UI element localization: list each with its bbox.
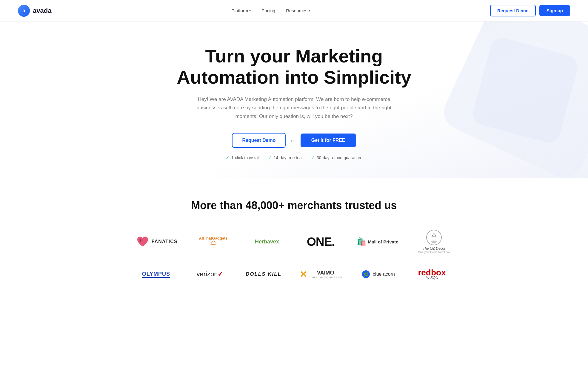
badge-refund: ✓ 30-day refund guarantee	[311, 155, 362, 160]
olympus-label: OLYMPUS	[142, 271, 170, 278]
hero-free-button[interactable]: Get it for FREE	[301, 134, 356, 147]
verizon-label: verizon✓	[196, 270, 223, 278]
svg-text:🌿: 🌿	[364, 272, 369, 277]
check-icon-2: ✓	[268, 155, 272, 160]
svg-rect-1	[140, 239, 141, 242]
hero-subtitle: Hey! We are AVADA Marketing Automation p…	[193, 95, 395, 121]
logo-text: avada	[33, 7, 51, 15]
dollskill-label: DOLLS KILL	[246, 271, 281, 277]
logo-verizon: verizon✓	[192, 270, 228, 278]
check-icon-3: ✓	[311, 155, 315, 160]
navbar: a avada Platform ▾ Pricing Resources ▾ R…	[0, 0, 588, 22]
merchants-title: More than 48,000+ merchants trusted us	[18, 199, 570, 212]
vaimo-label: VAIMO	[309, 270, 342, 276]
logo-redbox: redbox by SQU	[414, 269, 450, 280]
hero-section: Turn your Marketing Automation into Simp…	[0, 22, 588, 178]
or-text: or	[291, 138, 295, 143]
ozdecor-sub: Give your Home New Look	[418, 251, 450, 254]
mall-label: Mall of Private	[368, 239, 398, 244]
logo-vaimo: ✕ VAIMO CORE OF COMMERCE	[299, 269, 342, 280]
mall-icon: 🛍️	[357, 237, 366, 246]
fanatics-label: FANATICS	[152, 239, 178, 244]
logo-dolls-kill: DOLLS KILL	[246, 271, 281, 277]
nav-actions: Request Demo Sign up	[490, 5, 570, 16]
logo-olympus: OLYMPUS	[138, 271, 174, 278]
nav-resources[interactable]: Resources ▾	[286, 8, 310, 13]
logos-row-1: FANATICS AllThatGadgets Herbavex ONE. 🛍️…	[18, 230, 570, 254]
allgadgets-label: AllThatGadgets	[199, 236, 228, 240]
hero-badges: ✓ 1-click to install ✓ 14-day free trial…	[18, 155, 570, 160]
vaimo-sub-label: CORE OF COMMERCE	[309, 276, 342, 279]
bg-shape-2	[470, 35, 580, 145]
blueacorn-icon: 🌿	[361, 270, 370, 279]
blueacorn-label: blue acorn	[372, 272, 395, 277]
merchants-section: More than 48,000+ merchants trusted us F…	[0, 178, 588, 307]
ozdecor-label: The OZ Decor	[423, 246, 445, 251]
chevron-down-icon: ▾	[309, 9, 310, 12]
nav-pricing[interactable]: Pricing	[261, 8, 275, 13]
logo-blue-acorn: 🌿 blue acorn	[360, 270, 396, 279]
allgadgets-decoration-icon	[204, 240, 222, 246]
logo-link[interactable]: a avada	[18, 5, 51, 17]
logo-oz-decor: The OZ Decor Give your Home New Look	[416, 230, 452, 254]
logo-icon: a	[18, 5, 30, 17]
herbavex-label: Herbavex	[255, 239, 279, 245]
hero-demo-button[interactable]: Request Demo	[232, 133, 286, 148]
logo-herbavex: Herbavex	[249, 239, 285, 245]
logo-mall-private: 🛍️ Mall of Private	[357, 237, 398, 246]
nav-links: Platform ▾ Pricing Resources ▾	[231, 8, 310, 13]
chevron-down-icon: ▾	[249, 9, 251, 12]
nav-platform[interactable]: Platform ▾	[231, 8, 251, 13]
request-demo-button[interactable]: Request Demo	[490, 5, 536, 16]
logos-row-2: OLYMPUS verizon✓ DOLLS KILL ✕ VAIMO CORE…	[18, 269, 570, 280]
hero-cta: Request Demo or Get it for FREE	[18, 133, 570, 148]
logo-one: ONE.	[303, 235, 339, 249]
logo-allgadgets: AllThatGadgets	[196, 236, 231, 248]
svg-point-5	[431, 241, 437, 243]
one-label: ONE.	[307, 235, 335, 249]
vaimo-x-icon: ✕	[299, 269, 307, 280]
svg-point-2	[212, 241, 215, 245]
badge-install: ✓ 1-click to install	[226, 155, 260, 160]
fanatics-heart-icon	[136, 236, 149, 248]
sign-up-button[interactable]: Sign up	[539, 5, 570, 16]
check-icon-1: ✓	[226, 155, 230, 160]
ozdecor-lamp-icon	[430, 232, 438, 243]
hero-title: Turn your Marketing Automation into Simp…	[160, 45, 428, 88]
redbox-sub-label: by SQU	[426, 276, 438, 280]
logo-fanatics: FANATICS	[136, 236, 178, 248]
badge-trial: ✓ 14-day free trial	[268, 155, 303, 160]
